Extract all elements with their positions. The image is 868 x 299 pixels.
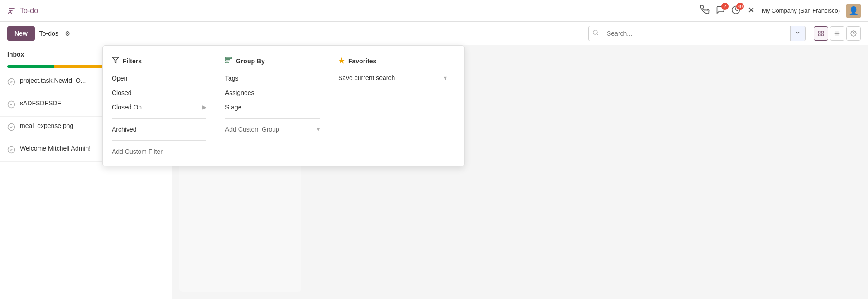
filter-closed-label: Closed [112, 89, 132, 96]
chevron-right-icon: ▶ [202, 104, 206, 110]
filter-closed[interactable]: Closed [103, 85, 216, 100]
svg-rect-9 [819, 31, 820, 33]
filter-closed-on-label: Closed On [112, 104, 142, 111]
chevron-down-icon: ▾ [317, 126, 320, 133]
groupby-title: Group By [236, 57, 265, 65]
groupby-panel: Group By Tags Assignees Stage Add Custom… [216, 46, 329, 166]
svg-rect-27 [225, 62, 228, 63]
new-button[interactable]: New [7, 26, 35, 41]
svg-rect-25 [225, 57, 231, 59]
todo-text: meal_expense.png [20, 122, 73, 129]
activity-icon[interactable]: 40 [731, 5, 740, 16]
svg-line-8 [597, 34, 598, 35]
kanban-view-button[interactable] [814, 26, 828, 41]
filters-panel: Filters Open Closed Closed On ▶ Archived… [103, 46, 216, 166]
topbar-icons: 2 40 My Company (San Francisco) 👤 [700, 4, 861, 18]
user-avatar[interactable]: 👤 [846, 4, 861, 18]
filters-header: Filters [103, 53, 216, 71]
filter-icon [112, 57, 119, 66]
search-filter-dropdown: Filters Open Closed Closed On ▶ Archived… [102, 45, 465, 166]
save-current-search[interactable]: Save current search ▾ [329, 71, 456, 85]
add-custom-filter[interactable]: Add Custom Filter [103, 144, 216, 159]
main-area: Inbox project.task,NewId_O... sADFSDFSDF [0, 45, 868, 299]
favorites-header: ★ Favorites [329, 53, 456, 71]
clock-view-button[interactable] [846, 26, 861, 41]
add-custom-group[interactable]: Add Custom Group ▾ [216, 122, 329, 137]
todo-check-icon[interactable] [7, 123, 15, 133]
star-icon: ★ [338, 57, 345, 65]
groupby-stage-label: Stage [225, 104, 242, 111]
filter-archived-label: Archived [112, 126, 136, 133]
progress-green [7, 65, 54, 68]
svg-rect-11 [819, 34, 820, 36]
svg-rect-26 [225, 60, 230, 61]
groupby-assignees-label: Assignees [225, 89, 254, 96]
groupby-stage[interactable]: Stage [216, 100, 329, 114]
groupby-tags-label: Tags [225, 75, 239, 82]
todo-text: Welcome Mitchell Admin! [20, 145, 91, 152]
todo-text: sADFSDFSDF [20, 100, 61, 107]
add-custom-filter-label: Add Custom Filter [112, 148, 163, 155]
topbar: To-do 2 40 [0, 0, 868, 22]
page-title: To-dos [39, 30, 58, 37]
chat-icon[interactable]: 2 [716, 5, 725, 16]
search-dropdown-button[interactable] [790, 26, 805, 41]
save-search-label: Save current search [338, 74, 395, 81]
filter-divider-2 [112, 140, 206, 141]
settings-icon[interactable] [747, 5, 756, 16]
filters-title: Filters [123, 57, 142, 65]
svg-marker-24 [112, 57, 118, 63]
groupby-divider [225, 118, 320, 119]
company-name: My Company (San Francisco) [762, 7, 840, 14]
svg-rect-10 [821, 31, 823, 33]
toolbar: New To-dos ⚙ [0, 22, 868, 45]
filter-closed-on[interactable]: Closed On ▶ [103, 100, 216, 114]
save-search-chevron-icon: ▾ [444, 74, 447, 81]
svg-point-7 [593, 30, 597, 34]
activity-badge: 40 [736, 3, 744, 10]
svg-line-3 [10, 11, 12, 14]
filter-archived[interactable]: Archived [103, 122, 216, 137]
todo-check-icon[interactable] [7, 146, 15, 156]
search-icon [589, 29, 602, 37]
groupby-tags[interactable]: Tags [216, 71, 329, 85]
groupby-header: Group By [216, 53, 329, 71]
list-view-button[interactable] [830, 26, 844, 41]
filter-open-label: Open [112, 75, 127, 82]
filter-open[interactable]: Open [103, 71, 216, 85]
groupby-assignees[interactable]: Assignees [216, 85, 329, 100]
search-bar [588, 26, 806, 41]
app-logo[interactable]: To-do [7, 6, 38, 15]
phone-icon[interactable] [700, 5, 710, 16]
chat-badge: 2 [721, 3, 729, 10]
view-switcher [814, 26, 861, 41]
favorites-title: Favorites [348, 57, 376, 65]
add-custom-group-label: Add Custom Group [225, 126, 279, 133]
todo-check-icon[interactable] [7, 100, 15, 111]
todo-check-icon[interactable] [7, 78, 15, 88]
filter-divider [112, 118, 206, 119]
settings-gear-icon[interactable]: ⚙ [65, 30, 71, 37]
svg-rect-12 [821, 34, 823, 36]
app-name: To-do [20, 7, 38, 15]
company-selector[interactable]: My Company (San Francisco) [762, 7, 840, 14]
todo-text: project.task,NewId_O... [20, 77, 86, 84]
search-input[interactable] [602, 30, 790, 37]
favorites-panel: ★ Favorites Save current search ▾ [329, 46, 456, 166]
groupby-icon [225, 57, 232, 66]
